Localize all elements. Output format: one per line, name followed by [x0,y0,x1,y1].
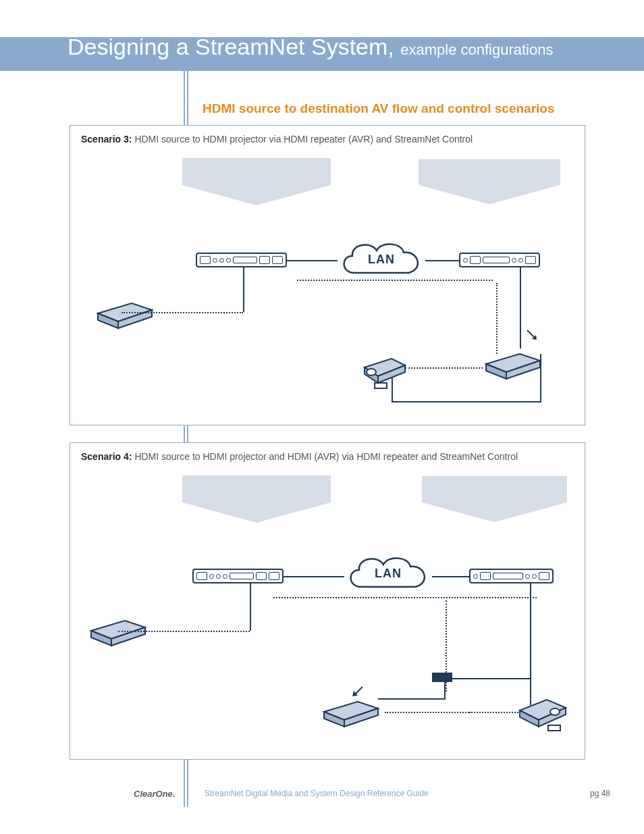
scenario-label: Scenario 4: [81,451,132,462]
svg-marker-29 [548,725,560,731]
page-title: Designing a StreamNet System, example co… [68,34,553,60]
flow-chevron-right [419,158,560,205]
brand-name: ClearOne [134,789,173,799]
wire [378,698,446,700]
diagram-4: LAN [81,469,574,746]
scenario-text: HDMI source to HDMI projector and HDMI (… [134,451,518,462]
page-footer: ClearOne. StreamNet Digital Media and Sy… [70,783,610,804]
wire [444,682,446,698]
flow-chevron-right [422,475,567,523]
hdmi-repeater-node [432,673,452,682]
wire [425,260,459,261]
scenario-text: HDMI source to HDMI projector via HDMI r… [134,134,473,145]
lan-label: LAN [338,236,425,283]
footer-page-number: pg 48 [590,789,610,798]
svg-marker-0 [182,158,331,205]
wire [284,576,344,577]
brand-logo: ClearOne. [134,789,175,799]
hdmi-source-device [88,610,149,648]
avr-device [483,344,543,381]
lan-cloud: LAN [344,550,432,597]
svg-marker-16 [422,476,567,522]
wire-dotted [385,712,469,713]
decoder-device [459,253,540,267]
svg-point-28 [550,708,560,715]
wire [392,401,541,402]
wire-dotted [118,631,250,632]
page-header-band: Designing a StreamNet System, example co… [0,37,644,71]
encoder-device [196,253,287,267]
arrow-icon [525,328,539,342]
page-title-sub: example configurations [400,41,553,58]
wire [520,267,521,348]
lan-cloud: LAN [338,236,425,283]
footer-doc-title: StreamNet Digital Media and System Desig… [205,789,429,798]
wire [287,260,338,261]
wire [446,678,531,679]
wire-dotted [405,367,483,369]
svg-marker-14 [375,383,387,388]
scenario-panel-3: Scenario 3: HDMI source to HDMI projecto… [70,125,585,425]
wire [243,267,244,312]
svg-marker-1 [419,159,560,205]
lan-label: LAN [344,550,432,597]
diagram-3: LAN [81,151,574,411]
wire [530,583,531,678]
wire [432,576,469,577]
projector-device [354,350,408,391]
projector-device [513,692,567,732]
section-title: HDMI source to destination AV flow and c… [203,101,555,116]
page-title-main: Designing a StreamNet System, [68,34,394,59]
scenario-panel-4: Scenario 4: HDMI source to HDMI projecto… [70,442,585,760]
decoder-device [469,569,554,583]
flow-chevron-left [182,475,331,523]
scenario-label: Scenario 3: [81,134,132,145]
wire-dotted [122,312,243,313]
wire [250,583,251,631]
flow-chevron-left [182,158,331,205]
wire [540,354,541,401]
svg-point-13 [367,369,376,375]
scenario-heading: Scenario 4: HDMI source to HDMI projecto… [81,451,574,462]
svg-marker-15 [182,475,331,523]
avr-device [321,692,381,729]
wire-dotted [297,280,493,281]
scenario-heading: Scenario 3: HDMI source to HDMI projecto… [81,134,574,145]
wire-dotted [273,597,537,598]
encoder-device [192,569,284,583]
